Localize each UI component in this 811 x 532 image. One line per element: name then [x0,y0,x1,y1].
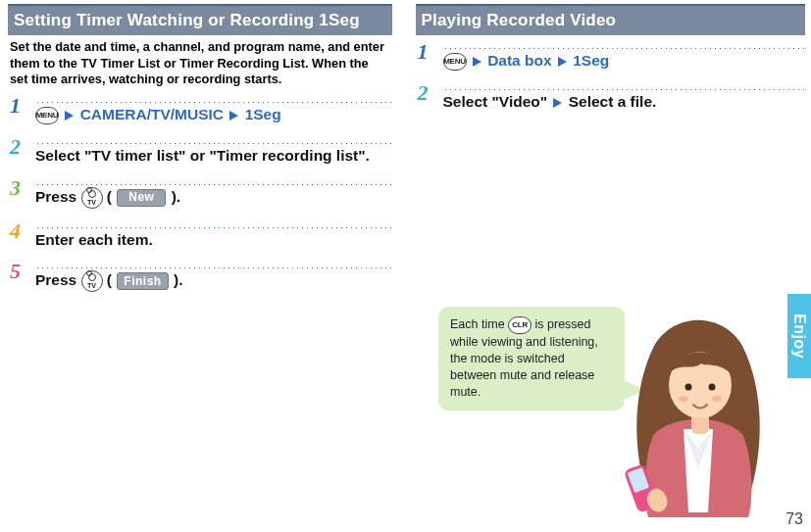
person-phone-illustration [615,307,782,522]
page-number: 73 [786,510,803,528]
step-number: 5 [10,261,21,282]
svg-point-2 [685,384,692,391]
step-number: 3 [10,177,21,199]
left-step-3: 3 Press TV ( New ). [8,171,392,215]
path1: Data box [487,52,551,69]
select-file: Select a file. [569,93,657,110]
svg-point-3 [709,384,716,391]
step-number: 1 [10,95,21,117]
open-paren: ( [107,271,112,288]
step-number: 2 [418,82,429,104]
camera-tv-key-icon: TV [81,187,103,209]
press-label: Press [35,271,81,288]
illustration: Each time CLR is pressed while viewing a… [438,287,782,522]
side-tab-enjoy: Enjoy [787,294,811,378]
softkey-new: New [117,189,166,207]
camera-tv-key-icon: TV [81,270,103,292]
path1: CAMERA/TV/MUSIC [80,106,224,122]
tv-label: TV [87,199,96,206]
right-section-title: Playing Recorded Video [416,4,806,35]
svg-point-4 [679,396,688,402]
svg-point-5 [712,396,722,402]
close-paren: ). [172,188,180,205]
select-video: Select "Video" [443,93,548,110]
path2: 1Seg [245,106,281,122]
left-step-5: 5 Press TV ( Finish ). [8,255,392,298]
clr-key-icon: CLR [508,316,532,334]
press-label: Press [35,188,81,205]
step-number: 4 [10,220,21,242]
path2: 1Seg [573,52,609,69]
menu-key-icon: MENU [443,53,467,71]
left-step-1: 1 MENU CAMERA/TV/MUSIC 1Seg [8,89,392,130]
right-step-2: 2 Select "Video" Select a file. [416,76,806,117]
menu-key-icon: MENU [35,107,59,124]
open-paren: ( [107,188,112,205]
left-step-2: 2 Select "TV timer list" or "Timer recor… [8,130,392,170]
arrow-icon [229,111,238,121]
bubble-text-1: Each time [450,317,508,331]
left-step-4: 4 Enter each item. [8,215,392,255]
close-paren: ). [174,271,182,288]
camera-icon [88,273,96,281]
step-number: 2 [10,136,21,158]
left-intro: Set the date and time, a channel, and pr… [8,35,392,89]
step-text: Enter each item. [35,230,392,249]
camera-icon [88,190,96,198]
right-step-1: 1 MENU Data box 1Seg [416,35,806,76]
arrow-icon [65,111,74,121]
step-number: 1 [418,41,429,63]
arrow-icon [558,57,567,67]
step-text: Select "TV timer list" or "Timer recordi… [35,146,392,165]
arrow-icon [553,98,562,108]
tip-bubble: Each time CLR is pressed while viewing a… [438,307,625,411]
softkey-finish: Finish [117,272,168,290]
tv-label: TV [87,282,96,289]
left-section-title: Setting Timer Watching or Recording 1Seg [8,4,392,35]
arrow-icon [473,57,482,67]
side-tab-label: Enjoy [790,314,808,359]
